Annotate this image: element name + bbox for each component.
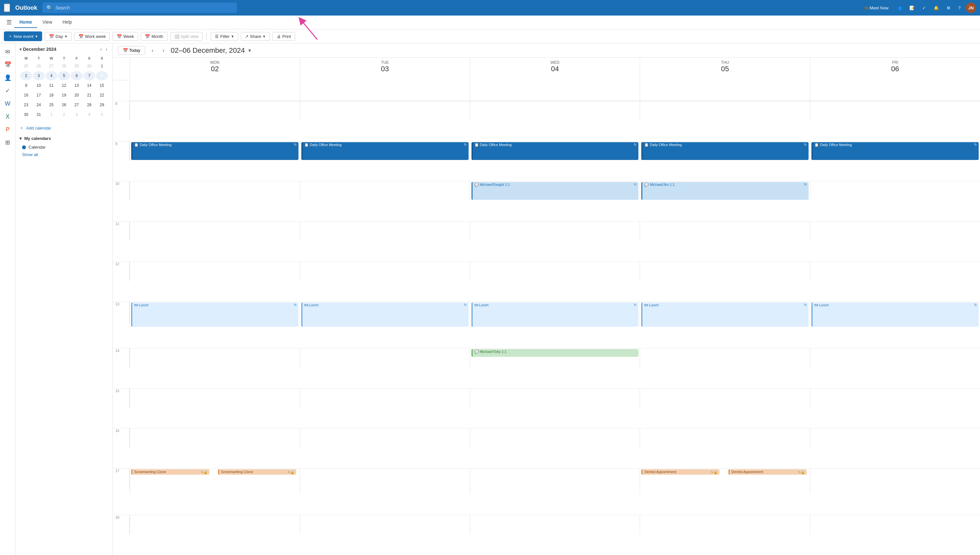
cell-mon-18[interactable] [130,515,300,534]
mini-cal-day-2-3[interactable]: 12 [58,81,70,90]
cell-thu-11[interactable] [640,221,810,241]
cell-wed-16[interactable] [470,428,640,448]
cell-mon-13[interactable]: 🍽 Lunch ↻ [130,302,300,327]
mini-cal-day-1-4[interactable]: 6 [71,71,83,80]
cell-wed-11[interactable] [470,221,640,241]
mini-cal-prev[interactable]: ‹ [99,46,103,53]
event-sc-mon2[interactable]: Screenwriting Clone ↻🔒 [218,469,296,475]
split-view-button[interactable]: ⬜ Split view [170,32,203,41]
cell-fri-11[interactable] [810,221,980,241]
mini-cal-day-0-3[interactable]: 28 [58,61,70,71]
cell-thu-13[interactable]: 🍽 Lunch ↻ [640,302,810,327]
event-lunch-fri[interactable]: 🍽 Lunch ↻ [811,302,979,327]
cell-fri-12[interactable] [810,261,980,281]
calendar-item[interactable]: Calendar [19,143,109,151]
cell-thu-14[interactable] [640,348,810,367]
cell-thu-17[interactable]: Dentist Appointment ↻🔒 Dentist Appointme… [640,468,810,494]
mini-cal-day-2-0[interactable]: 9 [20,81,32,90]
mini-cal-day-0-5[interactable]: 30 [83,61,95,71]
day-button[interactable]: 📅 Day ▼ [45,32,72,41]
cell-thu-18[interactable] [640,515,810,534]
week-button[interactable]: 📅 Week [113,32,138,41]
tab-help[interactable]: Help [57,17,77,28]
cell-thu-8[interactable] [640,101,810,120]
cell-tue-14[interactable] [300,348,470,367]
mini-cal-day-2-5[interactable]: 14 [83,81,95,90]
add-calendar-btn[interactable]: ＋ Add calendar [16,122,113,133]
filter-button[interactable]: ☰ Filter ▼ [211,32,238,41]
cell-tue-12[interactable] [300,261,470,281]
show-all-btn[interactable]: Show all [19,151,109,158]
mini-cal-day-3-4[interactable]: 20 [71,91,83,100]
today-button[interactable]: 📅 Today [118,46,145,55]
mini-cal-day-5-0[interactable]: 30 [20,110,32,119]
cell-wed-8[interactable] [470,101,640,120]
mini-cal-day-3-0[interactable]: 16 [20,91,32,100]
cell-mon-10[interactable] [130,181,300,201]
teams-button[interactable]: 👥 [894,4,904,12]
mini-cal-day-5-1[interactable]: 31 [33,110,45,119]
mini-cal-day-0-1[interactable]: 26 [33,61,45,71]
mini-cal-day-5-4[interactable]: 3 [71,110,83,119]
cell-thu-10[interactable]: 💬 Michael/Jim 1:1 ↻ [640,181,810,201]
cell-wed-15[interactable] [470,388,640,407]
cell-wed-9[interactable]: 📋 Daily Office Meeting ↻ [470,141,640,160]
mini-cal-day-5-6[interactable]: 5 [96,110,108,119]
settings-button[interactable]: ⚙ [944,4,953,12]
editor-button[interactable]: 📝 [907,4,917,12]
event-lunch-tue[interactable]: 🍽 Lunch ↻ [301,302,468,327]
date-range-dropdown[interactable]: ▼ [247,48,252,53]
new-event-button[interactable]: ＋ New event ▼ [4,31,42,41]
mini-cal-day-2-1[interactable]: 10 [33,81,45,90]
mini-cal-day-4-4[interactable]: 27 [71,100,83,109]
cell-tue-13[interactable]: 🍽 Lunch ↻ [300,302,470,327]
event-sc-mon1[interactable]: Screenwriting Clone ↻🔒 [131,469,209,475]
mini-cal-day-4-1[interactable]: 24 [33,100,45,109]
event-da-thu1[interactable]: Dentist Appointment ↻🔒 [641,469,719,475]
cell-tue-9[interactable]: 📋 Daily Office Meeting ↻ [300,141,470,160]
word-icon-btn[interactable]: W [2,98,14,109]
apps-icon-btn[interactable]: ⊞ [2,136,14,148]
share-button[interactable]: ↗ Share ▼ [241,32,270,41]
cell-mon-8[interactable] [130,101,300,120]
mini-cal-day-5-3[interactable]: 2 [58,110,70,119]
mini-cal-day-2-6[interactable]: 15 [96,81,108,90]
powerpoint-icon-btn[interactable]: P [2,124,14,135]
avatar[interactable]: JN [966,3,976,13]
cell-wed-17[interactable] [470,468,640,494]
mini-cal-day-2-2[interactable]: 11 [45,81,57,90]
event-dom-mon[interactable]: 📋 Daily Office Meeting ↻ [131,142,298,160]
event-lunch-mon[interactable]: 🍽 Lunch ↻ [131,302,298,327]
cell-mon-9[interactable]: 📋 Daily Office Meeting ↻ [130,141,300,160]
mini-cal-day-1-2[interactable]: 4 [45,71,57,80]
todo-button[interactable]: ✓ [920,4,929,12]
cell-thu-9[interactable]: 📋 Daily Office Meeting ↻ [640,141,810,160]
event-lunch-wed[interactable]: 🍽 Lunch ↻ [471,302,639,327]
my-calendars-header[interactable]: ▾ My calendars [19,136,109,141]
notifications-button[interactable]: 🔔 [931,4,941,12]
cell-thu-12[interactable] [640,261,810,281]
todo-icon-btn[interactable]: ✓ [2,85,14,96]
mini-cal-day-4-3[interactable]: 26 [58,100,70,109]
event-mt-wed[interactable]: 💬 Michael/Toby 1:1 [471,349,639,357]
mini-cal-day-3-3[interactable]: 19 [58,91,70,100]
tab-home[interactable]: Home [14,17,37,28]
cell-fri-8[interactable] [810,101,980,120]
cell-mon-12[interactable] [130,261,300,281]
cell-wed-13[interactable]: 🍽 Lunch ↻ [470,302,640,327]
month-button[interactable]: 📅 Month [141,32,167,41]
mini-cal-day-1-5[interactable]: 7 [83,71,95,80]
search-bar[interactable]: 🔍 [42,3,237,13]
hamburger-button[interactable]: ☰ [4,18,14,27]
cell-fri-10[interactable] [810,181,980,201]
cal-grid-container[interactable]: Mon 02 Tue 03 Wed 04 Thu 05 [113,58,980,555]
mini-cal-day-3-5[interactable]: 21 [83,91,95,100]
cell-thu-15[interactable] [640,388,810,407]
mini-cal-day-1-0[interactable]: 2 [20,71,32,80]
apps-button[interactable]: ⊞ [4,3,10,12]
event-dom-thu[interactable]: 📋 Daily Office Meeting ↻ [641,142,809,160]
cell-tue-17[interactable] [300,468,470,494]
event-lunch-thu[interactable]: 🍽 Lunch ↻ [641,302,809,327]
mini-cal-next[interactable]: › [105,46,109,53]
cell-tue-18[interactable] [300,515,470,534]
